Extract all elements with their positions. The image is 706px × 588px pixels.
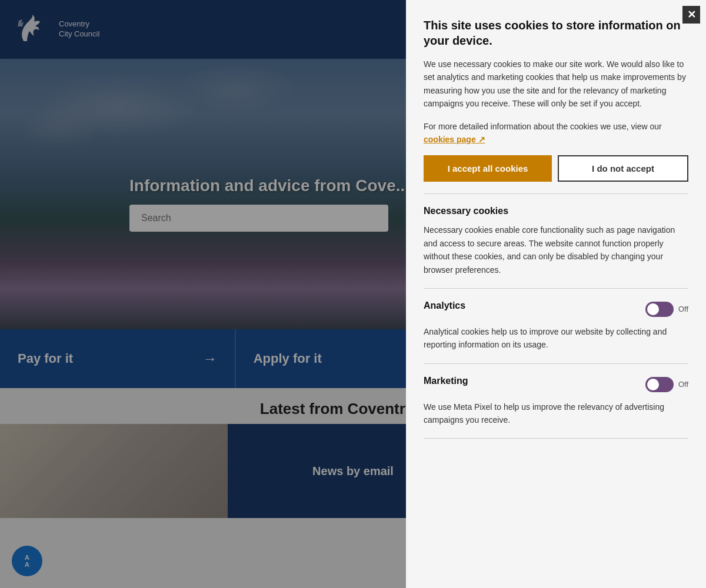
- analytics-toggle-track[interactable]: [645, 302, 674, 317]
- divider-1: [424, 193, 688, 194]
- cookies-page-link[interactable]: cookies page ↗: [424, 135, 485, 144]
- cookie-body-text-1: We use necessary cookies to make our sit…: [424, 58, 688, 111]
- divider-3: [424, 363, 688, 364]
- necessary-cookies-title: Necessary cookies: [424, 206, 688, 216]
- reject-cookies-button[interactable]: I do not accept: [558, 155, 688, 182]
- cookie-buttons-row: I accept all cookies I do not accept: [424, 155, 688, 182]
- analytics-text: Analytical cookies help us to improve ou…: [424, 325, 688, 352]
- marketing-text: We use Meta Pixel to help us improve the…: [424, 400, 688, 427]
- necessary-cookies-text: Necessary cookies enable core functional…: [424, 223, 688, 276]
- analytics-toggle-switch[interactable]: Off: [645, 302, 688, 317]
- marketing-title: Marketing: [424, 376, 468, 386]
- cookie-title: This site uses cookies to store informat…: [424, 18, 688, 48]
- analytics-toggle-label: Off: [678, 305, 688, 313]
- marketing-toggle-label: Off: [678, 380, 688, 389]
- cookie-close-button[interactable]: ✕: [682, 6, 700, 24]
- analytics-toggle-thumb: [647, 303, 659, 315]
- analytics-toggle-row: Analytics Off: [424, 300, 688, 318]
- cookie-panel: ✕ This site uses cookies to store inform…: [406, 0, 706, 588]
- marketing-toggle-track[interactable]: [645, 377, 674, 392]
- marketing-toggle-row: Marketing Off: [424, 376, 688, 393]
- accept-cookies-button[interactable]: I accept all cookies: [424, 155, 552, 182]
- marketing-toggle-thumb: [647, 379, 659, 390]
- marketing-toggle-switch[interactable]: Off: [645, 377, 688, 392]
- divider-2: [424, 288, 688, 289]
- cookie-body-text-2: For more detailed information about the …: [424, 120, 688, 146]
- divider-4: [424, 438, 688, 439]
- analytics-title: Analytics: [424, 300, 465, 311]
